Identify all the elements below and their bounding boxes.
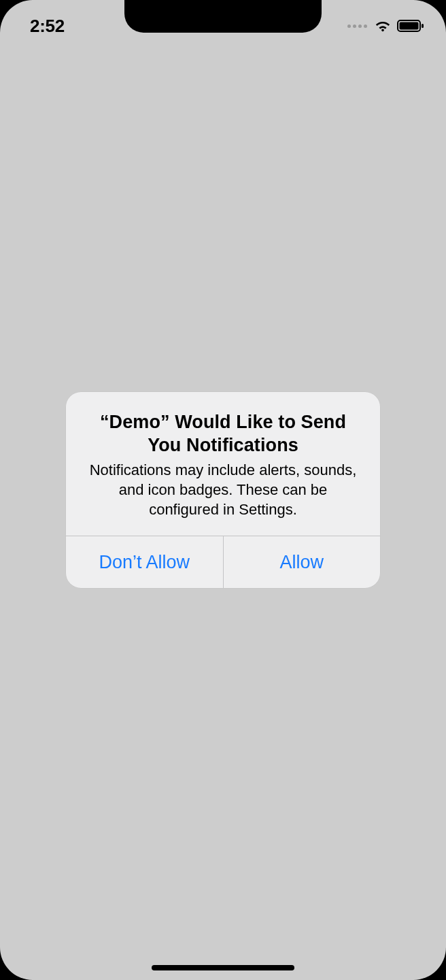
alert-buttons: Don’t Allow Allow xyxy=(66,536,380,588)
notification-permission-alert: “Demo” Would Like to Send You Notificati… xyxy=(66,392,380,588)
alert-body: “Demo” Would Like to Send You Notificati… xyxy=(66,392,380,536)
allow-button[interactable]: Allow xyxy=(223,536,381,588)
wifi-icon xyxy=(374,19,392,33)
device-frame: 2:52 “Demo” Would Like to Send Y xyxy=(0,0,446,980)
battery-icon xyxy=(397,19,424,33)
alert-backdrop: “Demo” Would Like to Send You Notificati… xyxy=(0,0,446,980)
dont-allow-button[interactable]: Don’t Allow xyxy=(66,536,223,588)
alert-message: Notifications may include alerts, sounds… xyxy=(82,461,364,519)
status-time: 2:52 xyxy=(30,16,65,37)
cellular-dots-icon xyxy=(347,24,367,28)
alert-title: “Demo” Would Like to Send You Notificati… xyxy=(82,411,364,457)
svg-rect-1 xyxy=(400,22,419,30)
svg-rect-2 xyxy=(422,24,424,28)
device-notch xyxy=(124,0,322,33)
status-right-cluster xyxy=(347,19,427,33)
home-indicator[interactable] xyxy=(152,965,294,970)
